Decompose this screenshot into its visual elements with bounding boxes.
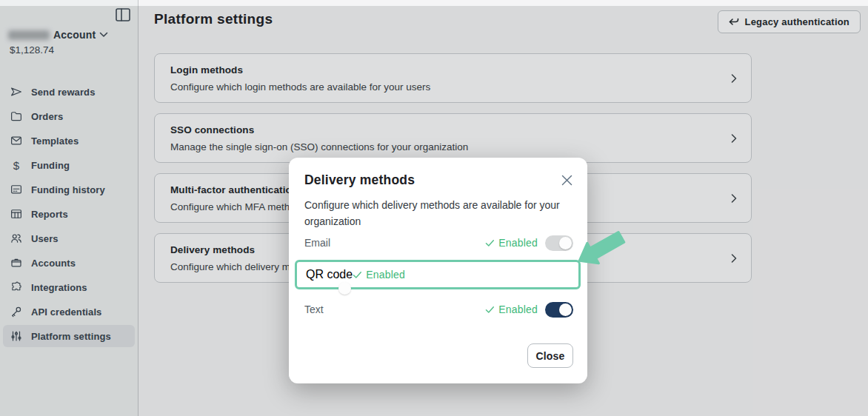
row-label: Email [304,237,330,249]
delivery-row-email: Email Enabled [289,232,587,254]
close-icon [561,175,572,186]
email-toggle[interactable] [545,235,573,251]
row-label: Text [304,303,324,315]
check-icon [485,306,495,314]
modal-description: Configure which delivery methods are ava… [304,197,568,229]
status-enabled: Enabled [485,237,538,249]
check-icon [485,239,495,247]
row-label: QR code [306,268,353,281]
delivery-methods-modal: Delivery methods Configure which deliver… [289,158,587,383]
app-window: Account $1,128.74 Send rewards Orders [0,0,868,416]
check-icon [353,271,362,279]
modal-title: Delivery methods [304,172,415,188]
text-toggle[interactable] [545,302,573,318]
modal-close-button[interactable] [560,173,573,187]
close-button[interactable]: Close [527,343,573,368]
delivery-row-text: Text Enabled [289,298,587,321]
status-enabled: Enabled [485,303,538,315]
qr-highlight-box: QR code Enabled [295,260,581,289]
status-enabled: Enabled [353,269,405,281]
